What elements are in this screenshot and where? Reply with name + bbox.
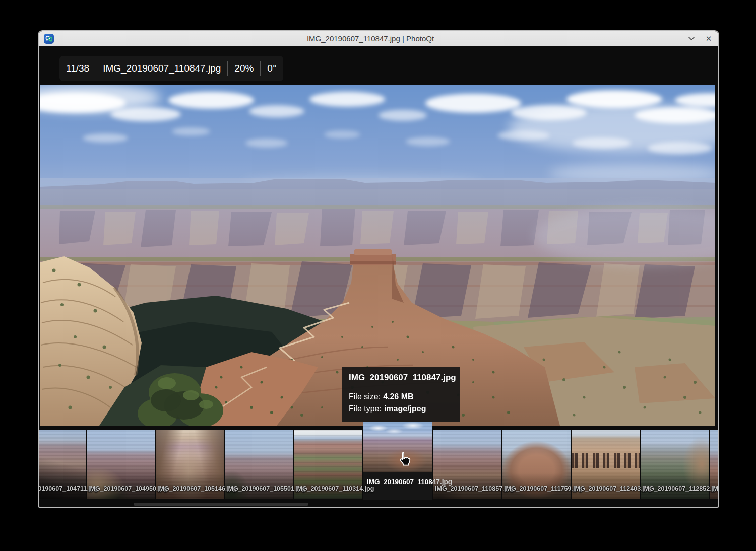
thumbnail[interactable]: IMG_20190607_105146.jpg <box>156 430 224 499</box>
cursor-pointer-icon <box>397 451 414 468</box>
thumbnail-scrollbar[interactable] <box>134 503 308 506</box>
file-type-label: File type: <box>349 404 382 413</box>
image-counter: 11/38 <box>59 63 96 74</box>
thumbnail-label: IMG_20190607_112403.jpg <box>572 473 640 499</box>
zoom-level: 20% <box>228 63 260 74</box>
thumbnail[interactable]: IMG_20190607_112852.jpg <box>641 430 709 499</box>
desktop: IMG_20190607_110847.jpg | PhotoQt ✕ <box>0 0 756 551</box>
thumbnail[interactable]: IM <box>710 430 719 499</box>
file-info-tooltip: IMG_20190607_110847.jpg File size:4.26 M… <box>342 367 460 422</box>
photoqt-window: IMG_20190607_110847.jpg | PhotoQt ✕ <box>38 30 719 508</box>
thumbnail[interactable]: IMG_20190607_104711.jpg <box>38 430 86 499</box>
thumbnail-label: IMG_20190607_105146.jpg <box>156 473 224 499</box>
photoqt-app-icon[interactable] <box>44 34 54 44</box>
rotation-value: 0° <box>261 63 283 74</box>
info-bar: 11/38 IMG_20190607_110847.jpg 20% 0° <box>59 56 283 81</box>
thumbnail-label: IMG_20190607_104950.jpg <box>87 473 155 499</box>
thumbnail-label: IMG_20190607_105501.jpg <box>225 473 293 499</box>
thumbnail-label: IMG_20190607_111759.jpg <box>502 473 571 499</box>
thumbnail[interactable]: IMG_20190607_104950.jpg <box>87 430 155 499</box>
tooltip-file-size-row: File size:4.26 MB <box>349 391 453 403</box>
thumbnail[interactable]: IMG_20190607_110314.jpg <box>294 430 362 499</box>
thumbnail[interactable]: IMG_20190607_105501.jpg <box>225 430 293 499</box>
thumbnail-label: IM <box>710 473 719 499</box>
tooltip-file-type-row: File type:image/jpeg <box>349 403 453 415</box>
thumbnail-label: IMG_20190607_104711.jpg <box>38 473 86 499</box>
thumbnail-label: IMG_20190607_112852.jpg <box>641 473 709 499</box>
window-title: IMG_20190607_110847.jpg | PhotoQt <box>54 34 687 43</box>
tooltip-filename: IMG_20190607_110847.jpg <box>349 373 453 383</box>
window-titlebar[interactable]: IMG_20190607_110847.jpg | PhotoQt ✕ <box>39 31 718 46</box>
thumbnail-label: IMG_20190607_110314.jpg <box>294 473 362 499</box>
close-button[interactable]: ✕ <box>704 34 713 43</box>
thumbnail[interactable]: IMG_20190607_110857.jpg <box>433 430 501 499</box>
minimize-button[interactable] <box>687 34 696 43</box>
window-controls: ✕ <box>687 34 713 43</box>
thumbnail[interactable]: IMG_20190607_111759.jpg <box>502 430 571 499</box>
file-size-value: 4.26 MB <box>383 392 413 401</box>
thumbnail-label: IMG_20190607_110857.jpg <box>433 473 501 499</box>
chevron-down-icon <box>688 36 695 41</box>
current-filename: IMG_20190607_110847.jpg <box>96 63 227 74</box>
file-type-value: image/jpeg <box>384 404 426 413</box>
file-size-label: File size: <box>349 392 381 401</box>
thumbnail[interactable]: IMG_20190607_112403.jpg <box>572 430 640 499</box>
thumbnail-strip: IMG_20190607_104711.jpg IMG_20190607_104… <box>38 422 719 500</box>
